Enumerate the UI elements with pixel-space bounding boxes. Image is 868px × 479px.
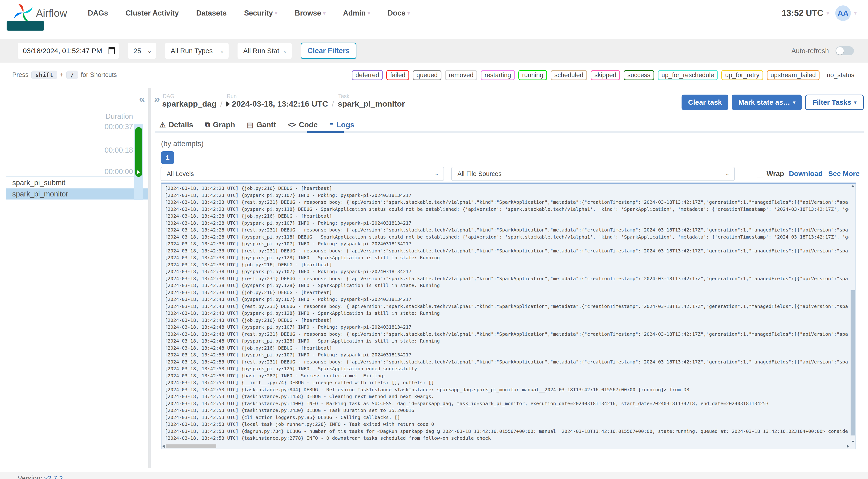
mark-state-button[interactable]: Mark state as… ▾ — [732, 95, 802, 110]
task-name: spark_pi_monitor — [6, 190, 68, 198]
tab[interactable]: <> Code — [288, 118, 318, 131]
timezone-clock[interactable]: 13:52 UTC ▾ — [782, 8, 829, 18]
expand-sidebar-icon[interactable]: » — [154, 93, 160, 104]
wrap-checkbox[interactable] — [757, 171, 763, 178]
log-levels-select[interactable]: All Levels — [161, 167, 443, 181]
nav-item[interactable]: Cluster Activity ▾ — [125, 9, 179, 18]
nav-menu: DAGs ▾ Cluster Activity ▾ Datasets ▾ Sec… — [88, 9, 410, 18]
chevron-down-icon: ▾ — [854, 10, 857, 16]
log-line: [2024-03-18, 13:42:53 UTC] {cli_action_l… — [165, 414, 848, 421]
log-line: [2024-03-18, 13:42:53 UTC] {pyspark_pi.p… — [165, 351, 848, 358]
scroll-left-icon[interactable] — [162, 445, 164, 448]
grid-cell-partial[interactable] — [7, 21, 44, 31]
page-size-select-wrap: 25 ⌄ — [128, 43, 156, 59]
tab-icon: ▤ — [247, 121, 253, 129]
log-line: [2024-03-18, 13:42:28 UTC] {job.py:216} … — [165, 213, 848, 220]
manual-run-icon — [226, 101, 230, 106]
state-badge[interactable]: removed — [445, 70, 477, 80]
download-link[interactable]: Download — [789, 170, 823, 178]
top-navbar: Airflow DAGs ▾ Cluster Activity ▾ Datase… — [0, 0, 868, 26]
log-line: [2024-03-18, 13:42:53 UTC] {pyspark_pi.p… — [165, 365, 848, 373]
version-info: Version: v2.7.2 — [18, 475, 63, 479]
state-badge[interactable]: queued — [413, 70, 441, 80]
state-badge[interactable]: failed — [386, 70, 409, 80]
log-line: [2024-03-18, 13:42:43 UTC] {job.py:216} … — [165, 317, 848, 324]
breadcrumb-dag-value[interactable]: sparkapp_dag — [162, 99, 217, 108]
task-detail-panel: » DAG sparkapp_dag / Run 2024-03-18, 13:… — [155, 88, 868, 472]
state-badge[interactable]: no_status — [823, 70, 858, 80]
log-filter-row: All Levels ⌄ All File Sources ⌄ Wrap Dow… — [155, 167, 868, 181]
task-row[interactable]: spark_pi_monitor — [6, 188, 148, 199]
scroll-right-icon[interactable] — [847, 445, 849, 448]
airflow-brand[interactable]: Airflow — [13, 2, 67, 24]
state-badge[interactable]: deferred — [352, 70, 383, 80]
horizontal-scroll-thumb[interactable] — [166, 444, 216, 448]
chevron-down-icon: ▾ — [368, 10, 370, 16]
filter-tasks-button[interactable]: Filter Tasks ▾ — [805, 95, 864, 110]
tab[interactable]: ≡ Logs — [329, 118, 354, 131]
breadcrumb-task-label: Task — [338, 93, 405, 99]
nav-item[interactable]: Docs ▾ — [388, 9, 410, 18]
breadcrumb-run-value[interactable]: 2024-03-18, 13:42:16 UTC — [232, 99, 328, 108]
log-line: [2024-03-18, 13:42:48 UTC] {job.py:216} … — [165, 345, 848, 352]
log-line: [2024-03-18, 13:42:23 UTC] {job.py:216} … — [165, 185, 848, 192]
attempt-1-button[interactable]: 1 — [161, 151, 174, 164]
base-date-input[interactable] — [18, 43, 119, 59]
sidebar-resizer[interactable] — [148, 88, 151, 468]
scroll-up-icon[interactable] — [851, 185, 855, 187]
tab-icon: ⚠ — [159, 121, 166, 129]
clear-filters-button[interactable]: Clear Filters — [301, 42, 356, 59]
breadcrumb-dag-group: DAG sparkapp_dag / — [162, 93, 226, 108]
grid-sidebar: « Duration 00:00:37 00:00:18 00:00:00 sp… — [6, 88, 148, 468]
avatar: AA — [835, 5, 851, 21]
state-badge[interactable]: success — [624, 70, 654, 80]
file-sources-select[interactable]: All File Sources — [452, 167, 734, 181]
log-line: [2024-03-18, 13:42:53 UTC] {taskinstance… — [165, 407, 848, 414]
state-badge[interactable]: up_for_retry — [721, 70, 763, 80]
state-badge[interactable]: skipped — [591, 70, 620, 80]
tab[interactable]: ▤ Gantt — [247, 118, 276, 131]
auto-refresh-toggle[interactable] — [836, 46, 854, 55]
scroll-down-icon[interactable] — [851, 441, 855, 443]
nav-item[interactable]: Browse ▾ — [295, 9, 326, 18]
nav-item[interactable]: Datasets ▾ — [196, 9, 226, 18]
log-line: [2024-03-18, 13:42:48 UTC] {pyspark_pi.p… — [165, 338, 848, 345]
log-content: [2024-03-18, 13:42:23 UTC] {job.py:216} … — [165, 185, 848, 443]
nav-item[interactable]: Admin ▾ — [343, 9, 370, 18]
run-states-select-wrap: All Run States ⌄ — [238, 43, 292, 59]
tab[interactable]: ⧉ Graph — [205, 118, 235, 131]
tab[interactable]: ⚠ Details — [159, 118, 193, 131]
state-badge[interactable]: up_for_reschedule — [658, 70, 718, 80]
calendar-icon[interactable] — [108, 47, 115, 54]
log-line: [2024-03-18, 13:42:33 UTC] {pyspark_pi.p… — [165, 241, 848, 248]
wrap-label: Wrap — [767, 170, 784, 178]
breadcrumb-task-value[interactable]: spark_pi_monitor — [338, 99, 405, 108]
tab-icon: <> — [288, 121, 296, 129]
run-types-select[interactable]: All Run Types — [165, 43, 228, 59]
user-menu[interactable]: AA ▾ — [835, 5, 857, 21]
vertical-scroll-thumb[interactable] — [850, 290, 855, 436]
state-badge[interactable]: restarting — [481, 70, 515, 80]
chevron-down-icon: ▾ — [275, 10, 277, 16]
state-legend: deferred failed queued removed restartin… — [352, 70, 858, 80]
task-duration-bar[interactable] — [135, 127, 142, 177]
see-more-link[interactable]: See More — [828, 170, 860, 178]
log-line: [2024-03-18, 13:42:53 UTC] {taskinstance… — [165, 400, 848, 407]
log-line: [2024-03-18, 13:42:53 UTC] {base.py:287}… — [165, 373, 848, 380]
state-badge[interactable]: running — [518, 70, 547, 80]
state-badge[interactable]: scheduled — [551, 70, 587, 80]
task-row[interactable]: spark_pi_submit — [6, 177, 148, 188]
nav-item[interactable]: Security ▾ — [244, 9, 277, 18]
clear-task-button[interactable]: Clear task — [682, 95, 728, 110]
chevron-down-icon: ▾ — [854, 100, 857, 105]
run-states-select[interactable]: All Run States — [238, 43, 292, 59]
log-line: [2024-03-18, 13:42:43 UTC] {pyspark_pi.p… — [165, 296, 848, 303]
nav-item[interactable]: DAGs ▾ — [88, 9, 108, 18]
version-link[interactable]: v2.7.2 — [44, 475, 63, 479]
state-badge[interactable]: upstream_failed — [767, 70, 819, 80]
active-tab-underline — [307, 131, 344, 133]
tab-icon: ⧉ — [205, 121, 210, 129]
page-size-select[interactable]: 25 — [128, 43, 156, 59]
dag-filter-bar: 25 ⌄ All Run Types ⌄ All Run States ⌄ Cl… — [0, 39, 868, 63]
base-date-field — [18, 43, 119, 59]
